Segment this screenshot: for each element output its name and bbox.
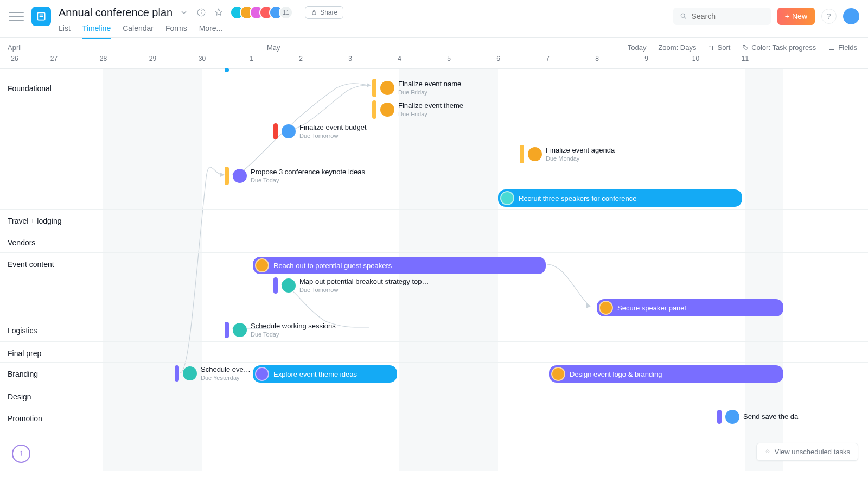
assignee-avatar <box>282 278 296 293</box>
assignee-avatar <box>500 191 514 205</box>
assignee-avatar <box>551 367 565 381</box>
info-icon[interactable] <box>195 7 207 18</box>
assignee-avatar <box>380 103 394 117</box>
new-button[interactable]: + New <box>777 8 815 25</box>
share-button[interactable]: Share <box>305 6 343 19</box>
assignee-avatar <box>282 124 296 138</box>
task-reach-out-speakers[interactable]: Reach out to potential guest speakers <box>253 257 546 274</box>
task-status-pill <box>717 410 722 424</box>
task-recruit-speakers[interactable]: Recruit three speakers for conference <box>498 189 742 207</box>
task-status-pill <box>225 167 229 185</box>
sort-icon <box>708 45 714 51</box>
svg-marker-13 <box>367 83 371 87</box>
task-finalize-event-agenda[interactable]: Finalize event agendaDue Monday <box>520 145 615 163</box>
section-divider <box>0 209 868 210</box>
svg-point-5 <box>201 11 202 11</box>
task-status-pill <box>520 145 524 163</box>
task-send-save-date[interactable]: Send save the da <box>717 410 798 424</box>
task-design-logo-branding[interactable]: Design event logo & branding <box>549 365 783 383</box>
header: Annual conference plan 11 Share <box>0 0 868 38</box>
header-left: Annual conference plan 11 Share <box>9 5 343 39</box>
star-icon[interactable] <box>213 7 225 18</box>
section-design[interactable]: Design <box>8 392 31 401</box>
svg-point-9 <box>744 46 744 47</box>
task-status-pill <box>225 322 229 338</box>
month-divider <box>251 42 251 50</box>
section-divider <box>0 231 868 231</box>
day-cell: 6 <box>474 55 523 68</box>
task-schedule-working-sessions[interactable]: Schedule working sessionsDue Today <box>225 322 336 338</box>
section-promotion[interactable]: Promotion <box>8 414 42 423</box>
section-divider <box>0 252 868 253</box>
search-input[interactable] <box>673 8 771 25</box>
tab-timeline[interactable]: Timeline <box>82 24 111 39</box>
task-explore-theme-ideas[interactable]: Explore event theme ideas <box>253 365 397 383</box>
task-secure-speaker-panel[interactable]: Secure speaker panel <box>597 299 783 316</box>
help-button[interactable]: ? <box>821 9 837 24</box>
plus-icon: + <box>785 12 789 21</box>
day-cell: 30 <box>177 55 227 68</box>
chevron-up-icon <box>764 449 771 455</box>
day-cell: 1 <box>227 55 276 68</box>
svg-marker-12 <box>220 173 225 177</box>
task-propose-keynote-ideas[interactable]: Propose 3 conference keynote ideasDue To… <box>225 167 365 185</box>
project-title[interactable]: Annual conference plan <box>59 7 173 19</box>
assignee-avatar <box>255 367 269 381</box>
day-cell: 5 <box>424 55 474 68</box>
timeline-toolbar: April May Today Zoom: Days Sort Color: T… <box>0 38 868 52</box>
day-cell: 8 <box>572 55 622 68</box>
section-event-content[interactable]: Event content <box>8 260 54 269</box>
tab-more[interactable]: More... <box>199 24 223 39</box>
assignee-avatar <box>725 410 739 424</box>
assignee-avatar <box>528 147 542 161</box>
view-unscheduled-button[interactable]: View unscheduled tasks <box>756 443 858 461</box>
assignee-avatar <box>380 81 394 95</box>
tab-forms[interactable]: Forms <box>165 24 187 39</box>
section-divider <box>0 341 868 342</box>
section-vendors[interactable]: Vendors <box>8 238 35 247</box>
task-schedule-event[interactable]: Schedule event …Due Yesterday <box>175 365 253 382</box>
task-finalize-event-name[interactable]: Finalize event nameDue Friday <box>372 79 461 97</box>
svg-line-8 <box>684 17 686 19</box>
assignee-avatar <box>233 323 247 337</box>
tag-icon <box>742 45 749 51</box>
day-cell: 27 <box>29 55 79 68</box>
fields-button[interactable]: Fields <box>828 43 857 52</box>
color-select[interactable]: Color: Task progress <box>742 43 816 52</box>
section-logistics[interactable]: Logistics <box>8 326 37 335</box>
info-help-icon[interactable] <box>12 445 30 463</box>
today-line <box>227 69 227 471</box>
day-cell: 9 <box>622 55 671 68</box>
assignee-avatar <box>183 366 197 380</box>
month-april: April <box>8 43 22 52</box>
menu-icon[interactable] <box>9 9 24 24</box>
section-branding[interactable]: Branding <box>8 370 38 378</box>
section-foundational[interactable]: Foundational <box>8 84 52 93</box>
timeline-body[interactable]: Foundational Travel + lodging Vendors Ev… <box>0 69 868 471</box>
day-cell: 3 <box>326 55 375 68</box>
search-field[interactable] <box>692 12 764 21</box>
today-button[interactable]: Today <box>628 43 647 52</box>
sort-button[interactable]: Sort <box>708 43 730 52</box>
section-divider <box>0 362 868 363</box>
task-finalize-event-theme[interactable]: Finalize event themeDue Friday <box>372 100 463 119</box>
task-status-pill <box>175 365 179 382</box>
day-cell: 2 <box>276 55 326 68</box>
tab-list[interactable]: List <box>59 24 71 39</box>
me-avatar[interactable] <box>843 8 859 24</box>
task-finalize-event-budget[interactable]: Finalize event budgetDue Tomorrow <box>273 123 367 139</box>
section-travel[interactable]: Travel + lodging <box>8 217 61 225</box>
zoom-select[interactable]: Zoom: Days <box>658 43 696 52</box>
svg-point-17 <box>21 452 22 453</box>
task-map-breakout-strategy[interactable]: Map out potential breakout strategy top…… <box>273 277 429 294</box>
tabs: List Timeline Calendar Forms More... <box>59 24 343 39</box>
tab-calendar[interactable]: Calendar <box>123 24 154 39</box>
section-final-prep[interactable]: Final prep <box>8 349 41 358</box>
day-cell: 26 <box>0 55 29 68</box>
project-icon[interactable] <box>31 7 51 26</box>
day-cell: 10 <box>671 55 720 68</box>
assignee-avatar <box>255 258 269 272</box>
chevron-down-icon[interactable] <box>178 7 190 18</box>
avatar-overflow[interactable]: 11 <box>279 5 293 20</box>
member-avatars[interactable]: 11 <box>234 5 293 20</box>
